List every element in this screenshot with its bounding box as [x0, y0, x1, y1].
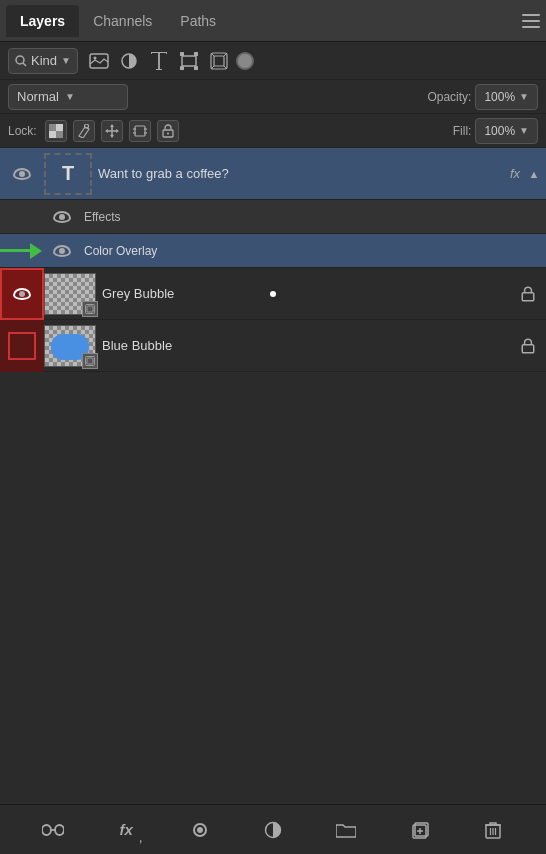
smart-object-badge-grey [82, 301, 98, 317]
layer-visibility-grey-bubble[interactable] [0, 268, 44, 320]
filter-kind-label: Kind [31, 53, 57, 68]
fill-label: Fill: [453, 124, 472, 138]
svg-marker-28 [105, 129, 108, 133]
svg-rect-42 [522, 344, 533, 352]
filter-image-icon[interactable] [88, 50, 110, 72]
smart-object-badge-blue [82, 353, 98, 369]
layer-visibility-text[interactable] [0, 148, 44, 199]
opacity-value[interactable]: 100% ▼ [475, 84, 538, 110]
layer-lock-grey-bubble [518, 284, 538, 304]
layers-list: T Want to grab a coffee? fx ▲ Effects Co… [0, 148, 546, 804]
layer-color-overlay[interactable]: Color Overlay [0, 234, 546, 268]
svg-rect-8 [182, 56, 196, 66]
eye-icon-grey-bubble [13, 288, 31, 300]
svg-rect-21 [56, 124, 63, 131]
filter-adjustment-icon[interactable] [118, 50, 140, 72]
opacity-chevron: ▼ [519, 91, 529, 102]
svg-rect-2 [522, 26, 540, 28]
panel-menu-button[interactable] [522, 14, 540, 28]
lock-transparency-button[interactable] [45, 120, 67, 142]
filter-icons-group [88, 50, 230, 72]
filter-toggle[interactable] [236, 52, 254, 70]
svg-rect-11 [180, 66, 184, 70]
svg-rect-14 [214, 56, 224, 66]
filter-text-icon[interactable] [148, 50, 170, 72]
blend-opacity-row: Normal ▼ Opacity: 100% ▼ [0, 80, 546, 114]
layer-effects-group[interactable]: Effects [0, 200, 546, 234]
overlay-eye-container [40, 245, 84, 257]
svg-rect-44 [55, 825, 64, 835]
add-fill-adjustment-button[interactable] [184, 814, 216, 846]
opacity-group: Opacity: 100% ▼ [427, 84, 538, 110]
bottom-toolbar: fx [0, 804, 546, 854]
color-overlay-label: Color Overlay [84, 244, 546, 258]
layer-name-grey-bubble: Grey Bubble [102, 286, 518, 301]
tab-layers[interactable]: Layers [6, 5, 79, 37]
effects-eye-spacer [40, 211, 84, 223]
effects-label: Effects [84, 210, 546, 224]
svg-rect-5 [90, 54, 108, 68]
filter-kind-chevron: ▼ [61, 55, 71, 66]
svg-marker-27 [110, 135, 114, 138]
delete-layer-button[interactable] [477, 814, 509, 846]
svg-rect-10 [194, 52, 198, 56]
layer-collapse-arrow[interactable]: ▲ [526, 166, 542, 182]
layer-item-grey-bubble[interactable]: Grey Bubble [0, 268, 546, 320]
tab-paths[interactable]: Paths [166, 5, 230, 37]
svg-line-4 [23, 63, 26, 66]
fx-icon: fx [119, 821, 132, 838]
opacity-label: Opacity: [427, 90, 471, 104]
lock-image-button[interactable] [73, 120, 95, 142]
fill-group: Fill: 100% ▼ [453, 118, 538, 144]
text-layer-thumbnail: T [44, 153, 92, 195]
blend-mode-chevron: ▼ [65, 91, 75, 102]
layer-name-text: Want to grab a coffee? [98, 166, 510, 181]
blend-mode-select[interactable]: Normal ▼ [8, 84, 128, 110]
svg-rect-0 [522, 14, 540, 16]
new-layer-button[interactable] [404, 814, 436, 846]
svg-marker-26 [110, 124, 114, 127]
svg-rect-20 [56, 131, 63, 138]
filter-row: Kind ▼ [0, 42, 546, 80]
fill-chevron: ▼ [519, 125, 529, 136]
svg-marker-29 [116, 129, 119, 133]
layer-item-text[interactable]: T Want to grab a coffee? fx ▲ [0, 148, 546, 200]
svg-point-47 [197, 827, 203, 833]
layer-name-blue-bubble: Blue Bubble [102, 338, 518, 353]
new-group-button[interactable] [330, 814, 362, 846]
eye-icon-overlay [53, 245, 71, 257]
layer-lock-blue-bubble [518, 336, 538, 356]
tab-channels[interactable]: Channels [79, 5, 166, 37]
svg-point-3 [16, 56, 24, 64]
svg-rect-1 [522, 20, 540, 22]
lock-all-button[interactable] [157, 120, 179, 142]
new-adjustment-layer-button[interactable] [257, 814, 289, 846]
grey-bubble-thumbnail-container [44, 273, 96, 315]
fill-value[interactable]: 100% ▼ [475, 118, 538, 144]
svg-rect-22 [49, 131, 56, 138]
link-layers-button[interactable] [37, 814, 69, 846]
tab-bar: Layers Channels Paths [0, 0, 546, 42]
blend-mode-label: Normal [17, 89, 59, 104]
filter-kind-select[interactable]: Kind ▼ [8, 48, 78, 74]
lock-label: Lock: [8, 124, 37, 138]
lock-artboard-button[interactable] [129, 120, 151, 142]
layers-panel: Layers Channels Paths Kind ▼ [0, 0, 546, 854]
arrow-indicator [0, 243, 42, 259]
layer-item-blue-bubble[interactable]: Blue Bubble [0, 320, 546, 372]
arrow-line [0, 249, 30, 252]
layer-visibility-blue-bubble[interactable] [0, 320, 44, 372]
svg-rect-39 [522, 292, 533, 300]
filter-shape-icon[interactable] [178, 50, 200, 72]
add-layer-style-button[interactable]: fx [110, 814, 142, 846]
svg-rect-41 [87, 358, 93, 364]
filter-smart-object-icon[interactable] [208, 50, 230, 72]
eye-icon-effects [53, 211, 71, 223]
svg-rect-43 [42, 825, 51, 835]
red-swatch-indicator [8, 332, 36, 360]
lock-position-button[interactable] [101, 120, 123, 142]
svg-rect-30 [135, 126, 145, 136]
svg-rect-38 [87, 306, 93, 312]
svg-point-23 [84, 124, 88, 128]
blue-bubble-thumbnail-container [44, 325, 96, 367]
